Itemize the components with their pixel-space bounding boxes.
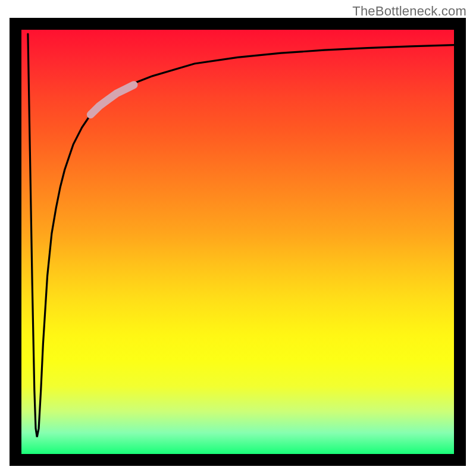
plot-frame <box>10 18 466 466</box>
curve-layer <box>21 30 454 454</box>
highlight-segment <box>90 85 134 115</box>
chart-container: TheBottleneck.com <box>0 0 476 476</box>
bottleneck-curve <box>28 34 454 437</box>
watermark-text: TheBottleneck.com <box>352 4 466 19</box>
